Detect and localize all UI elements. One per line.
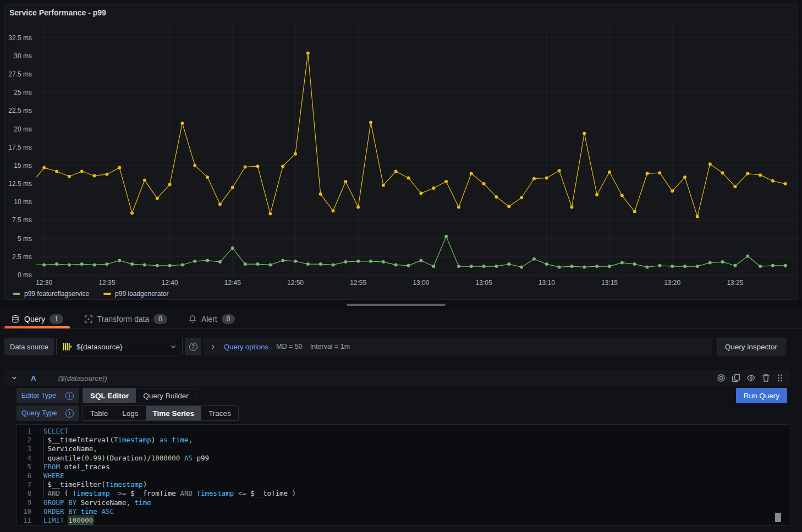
code-line: 5FROM otel_traces [17, 463, 790, 471]
editor-type-sql-editor[interactable]: SQL Editor [83, 388, 136, 403]
query-type-traces[interactable]: Traces [201, 406, 238, 420]
svg-text:12:50: 12:50 [287, 279, 304, 287]
time-series-plot: 0 ms2.5 ms5 ms7.5 ms10 ms12.5 ms15 ms17.… [5, 5, 798, 300]
query-type-row: Query Type i Table Logs Time Series Trac… [17, 405, 239, 421]
hide-response-eye-icon[interactable] [746, 374, 756, 382]
disable-query-icon[interactable] [717, 374, 726, 382]
query-type-group: Table Logs Time Series Traces [83, 405, 239, 421]
code-line: 8 AND ( Timestamp >= $__fromTime AND Tim… [17, 489, 790, 498]
delete-query-trash-icon[interactable] [762, 374, 770, 382]
svg-text:22.5 ms: 22.5 ms [8, 107, 32, 114]
series-color-swatch [13, 293, 20, 295]
line-number: 9 [17, 498, 38, 507]
datasource-help-button[interactable]: ? [185, 338, 201, 355]
query-row-actions [717, 374, 784, 382]
tab-alert[interactable]: Alert 0 [182, 309, 241, 328]
svg-text:13:20: 13:20 [664, 279, 680, 287]
svg-text:13:25: 13:25 [727, 279, 743, 287]
legend-item-loadgenerator[interactable]: p99 loadgenerator [103, 290, 168, 298]
tab-count-badge: 0 [222, 314, 235, 324]
line-number: 4 [17, 454, 38, 463]
editor-type-row: Editor Type i SQL Editor Query Builder [17, 388, 196, 403]
svg-text:13:05: 13:05 [476, 279, 492, 287]
svg-text:5 ms: 5 ms [18, 235, 32, 243]
tab-label: Transform data [97, 315, 149, 323]
database-icon [11, 315, 20, 323]
svg-text:13:15: 13:15 [601, 279, 618, 287]
duplicate-query-icon[interactable] [732, 374, 740, 382]
svg-text:12:40: 12:40 [162, 279, 178, 287]
datasource-picker[interactable]: ${datasource} [56, 338, 183, 355]
svg-text:32.5 ms: 32.5 ms [8, 34, 32, 42]
query-inspector-button[interactable]: Query inspector [717, 338, 785, 355]
tab-query[interactable]: Query 1 [4, 309, 70, 328]
line-number: 6 [17, 471, 38, 480]
series-color-swatch [103, 293, 111, 295]
svg-text:12:45: 12:45 [224, 279, 241, 287]
query-type-label: Query Type i [17, 405, 79, 421]
svg-text:30 ms: 30 ms [14, 52, 32, 60]
svg-text:12:30: 12:30 [36, 279, 52, 287]
transform-icon [84, 315, 93, 323]
chevron-right-icon[interactable] [210, 344, 216, 350]
svg-text:7.5 ms: 7.5 ms [12, 216, 32, 224]
chevron-down-icon [170, 343, 177, 350]
svg-text:27.5 ms: 27.5 ms [8, 70, 32, 78]
chart-panel: Service Performance - p99 0 ms2.5 ms5 ms… [4, 4, 798, 300]
collapse-chevron-icon[interactable] [11, 375, 18, 381]
tab-transform-data[interactable]: Transform data 0 [78, 309, 174, 328]
query-type-table[interactable]: Table [83, 406, 115, 420]
svg-text:25 ms: 25 ms [14, 89, 32, 96]
tab-count-badge: 0 [153, 314, 167, 324]
svg-text:12:55: 12:55 [350, 279, 366, 287]
info-icon: i [65, 409, 74, 418]
svg-text:12:35: 12:35 [98, 279, 115, 287]
editor-type-group: SQL Editor Query Builder [83, 388, 196, 403]
series-p99-featureflagservice [36, 235, 787, 269]
query-ref-id: A [31, 374, 36, 382]
code-line: 3 ServiceName, [17, 445, 790, 453]
datasource-value: ${datasource} [76, 343, 166, 351]
code-line: 6WHERE [17, 471, 790, 480]
code-line: 10ORDER BY time ASC [17, 507, 790, 516]
info-icon: i [65, 392, 74, 400]
max-data-points-value: MD = 50 [276, 343, 303, 350]
line-number: 10 [17, 507, 38, 516]
pane-resize-handle[interactable] [347, 304, 446, 306]
code-line: 11LIMIT 100000 [17, 516, 790, 525]
clickhouse-logo-icon [62, 342, 72, 352]
drag-handle-icon[interactable] [776, 374, 784, 382]
svg-text:13:10: 13:10 [539, 279, 555, 287]
svg-text:2.5 ms: 2.5 ms [12, 253, 32, 261]
datasource-row: Data source ${datasource} ? Query option… [4, 338, 712, 355]
svg-text:12.5 ms: 12.5 ms [8, 180, 32, 188]
editor-tabbar: Query 1 Transform data 0 Alert 0 [0, 309, 802, 329]
query-type-time-series[interactable]: Time Series [146, 406, 202, 420]
code-line: 2 $__timeInterval(Timestamp) as time, [17, 436, 790, 445]
tab-count-badge: 1 [50, 314, 63, 324]
query-options-link[interactable]: Query options [224, 343, 268, 351]
code-line: 1SELECT [17, 427, 790, 436]
run-query-button[interactable]: Run Query [736, 388, 787, 403]
svg-text:15 ms: 15 ms [14, 162, 32, 169]
svg-text:0 ms: 0 ms [18, 271, 32, 279]
legend-item-featureflagservice[interactable]: p99 featureflagservice [13, 290, 89, 298]
line-number: 8 [17, 489, 38, 498]
svg-text:13:00: 13:00 [413, 279, 429, 287]
line-number: 5 [17, 463, 38, 471]
svg-text:10 ms: 10 ms [14, 198, 32, 206]
interval-value: Interval = 1m [310, 343, 350, 350]
editor-type-label: Editor Type i [17, 388, 79, 403]
legend-label: p99 featureflagservice [24, 290, 89, 298]
svg-text:20 ms: 20 ms [14, 125, 32, 133]
query-row-header[interactable]: A (${datasource}) [4, 370, 790, 386]
code-line: 9GROUP BY ServiceName, time [17, 498, 790, 507]
query-type-logs[interactable]: Logs [115, 406, 145, 420]
sql-code-editor[interactable]: 1SELECT2 $__timeInterval(Timestamp) as t… [17, 424, 790, 526]
bell-icon [188, 315, 197, 323]
help-icon: ? [189, 343, 197, 351]
editor-type-query-builder[interactable]: Query Builder [136, 388, 196, 403]
line-number: 1 [17, 427, 38, 436]
legend-label: p99 loadgenerator [115, 290, 168, 298]
active-tab-underline [4, 326, 70, 328]
